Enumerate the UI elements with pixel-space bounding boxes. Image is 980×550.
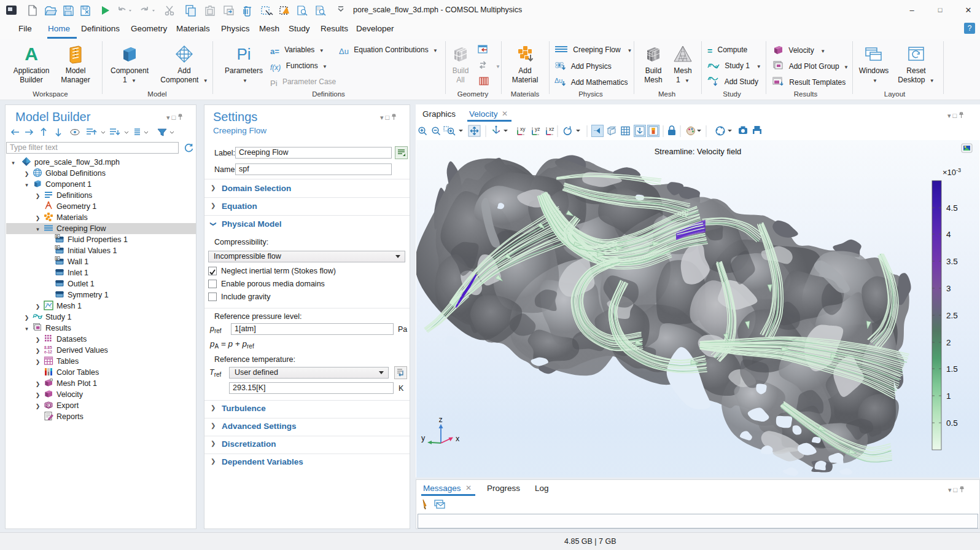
- svg-text:x: x: [456, 434, 460, 443]
- svg-text:z: z: [439, 415, 443, 424]
- svg-text:2.5: 2.5: [946, 311, 958, 320]
- svg-text:y: y: [421, 434, 426, 442]
- svg-text:3: 3: [946, 284, 951, 293]
- svg-text:0.5: 0.5: [946, 418, 958, 428]
- svg-text:1.5: 1.5: [946, 364, 958, 374]
- svg-text:4: 4: [946, 230, 951, 239]
- svg-text:1: 1: [946, 391, 951, 401]
- svg-text:2: 2: [946, 338, 951, 347]
- svg-text:3.5: 3.5: [946, 257, 958, 266]
- svg-text:4.5: 4.5: [946, 203, 958, 213]
- svg-text:Δu: Δu: [554, 77, 562, 84]
- svg-text:xy: xy: [520, 126, 526, 132]
- svg-text:×10-3: ×10-3: [943, 167, 961, 177]
- svg-text:yz: yz: [535, 126, 540, 132]
- svg-text:xz: xz: [549, 126, 554, 132]
